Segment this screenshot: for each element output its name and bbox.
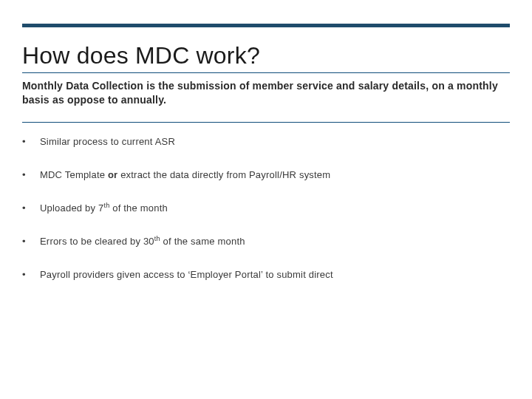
- ordinal-sup: th: [154, 234, 160, 242]
- text-fragment: Errors to be cleared by 30: [40, 236, 154, 247]
- bullet-icon: •: [22, 136, 40, 147]
- text-fragment: of the same month: [160, 236, 245, 247]
- bullet-icon: •: [22, 269, 40, 280]
- mid-divider: [22, 122, 510, 123]
- list-item: • Payroll providers given access to ‘Emp…: [22, 269, 510, 280]
- list-item: • Errors to be cleared by 30th of the sa…: [22, 236, 510, 247]
- text-fragment: of the month: [109, 202, 167, 214]
- slide: How does MDC work? Monthly Data Collecti…: [0, 24, 532, 399]
- page-title: How does MDC work?: [22, 42, 510, 73]
- text-bold: or: [108, 169, 117, 180]
- text-fragment: MDC Template: [40, 169, 108, 180]
- bullet-text: Payroll providers given access to ‘Emplo…: [40, 269, 333, 280]
- bullet-text: MDC Template or extract the data directl…: [40, 169, 330, 180]
- list-item: • Uploaded by 7th of the month: [22, 202, 510, 214]
- list-item: • MDC Template or extract the data direc…: [22, 169, 510, 180]
- bullet-list: • Similar process to current ASR • MDC T…: [22, 136, 510, 280]
- bullet-icon: •: [22, 169, 40, 180]
- list-item: • Similar process to current ASR: [22, 136, 510, 147]
- subtitle: Monthly Data Collection is the submissio…: [22, 79, 510, 107]
- bullet-icon: •: [22, 202, 40, 214]
- bullet-text: Errors to be cleared by 30th of the same…: [40, 236, 245, 247]
- text-fragment: extract the data directly from Payroll/H…: [117, 169, 330, 180]
- top-divider: [22, 24, 510, 27]
- text-fragment: Uploaded by 7: [40, 202, 103, 214]
- bullet-text: Uploaded by 7th of the month: [40, 202, 168, 214]
- bullet-icon: •: [22, 236, 40, 247]
- bullet-text: Similar process to current ASR: [40, 136, 175, 147]
